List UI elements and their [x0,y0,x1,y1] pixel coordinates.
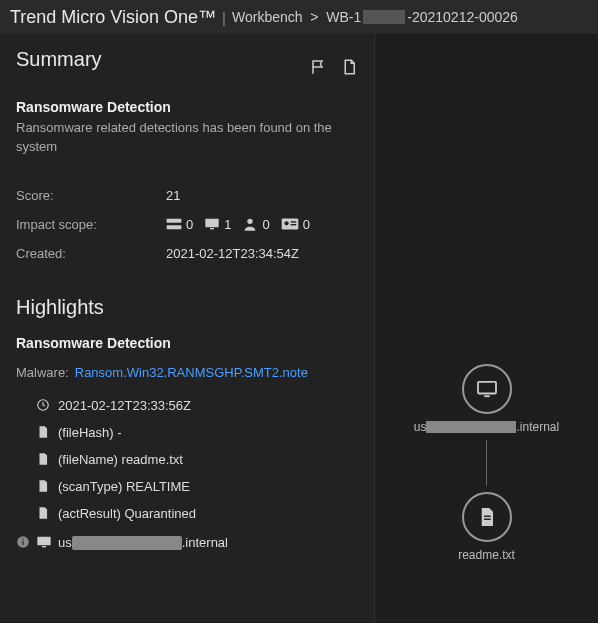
graph-node-file[interactable] [462,492,512,542]
scope-desktops-count: 1 [224,217,231,232]
score-label: Score: [16,188,166,203]
svg-point-6 [284,221,288,225]
summary-table: Score: 21 Impact scope: 0 1 0 [16,181,358,268]
svg-rect-7 [290,221,296,222]
left-panel: Summary Ransomware Detection Ransomware … [0,34,375,622]
highlight-list: 2021-02-12T23:33:56Z (fileHash) - (fileN… [16,392,358,527]
malware-row: Malware: Ransom.Win32.RANMSGHP.SMT2.note [16,361,358,384]
app-title: Trend Micro Vision One™ [10,7,216,28]
main-split: Summary Ransomware Detection Ransomware … [0,34,598,622]
endpoint-row: us.internal [16,527,358,551]
redacted-segment [72,536,182,550]
clock-icon [36,398,50,412]
breadcrumb-root: Workbench [232,9,303,25]
alert-id-suffix: -20210212-00026 [407,9,518,25]
alert-id-prefix: WB-1 [326,9,361,25]
scope-desktops: 1 [204,217,231,232]
svg-rect-18 [484,519,491,521]
info-icon[interactable] [16,535,30,549]
svg-rect-3 [210,228,214,229]
hl-text: (actResult) Quarantined [58,506,196,521]
hl-timestamp: 2021-02-12T23:33:56Z [36,392,358,419]
svg-rect-12 [22,539,23,540]
hl-filename: (fileName) readme.txt [36,446,358,473]
svg-rect-11 [22,541,23,545]
hl-text: (scanType) REALTIME [58,479,190,494]
hl-actresult: (actResult) Quarantined [36,500,358,527]
svg-point-4 [248,219,253,224]
redacted-segment [426,421,516,433]
highlights-section: Highlights Ransomware Detection Malware:… [16,296,358,551]
desktop-icon [476,380,498,398]
scope-accounts-count: 0 [303,217,310,232]
impact-row: Impact scope: 0 1 0 [16,210,358,239]
svg-rect-13 [37,537,50,546]
detection-desc: Ransomware related detections has been f… [16,119,358,157]
hl-filehash: (fileHash) - [36,419,358,446]
impact-value: 0 1 0 0 [166,217,318,232]
graph-node-endpoint-label: us.internal [414,420,559,434]
malware-label: Malware: [16,365,69,380]
summary-header: Summary [16,48,358,85]
score-value: 21 [166,188,180,203]
malware-link[interactable]: Ransom.Win32.RANMSGHP.SMT2.note [75,365,308,380]
score-row: Score: 21 [16,181,358,210]
desktop-icon [204,217,220,231]
top-header: Trend Micro Vision One™ | Workbench > WB… [0,0,598,34]
svg-rect-1 [167,226,182,230]
file-icon [478,506,496,528]
impact-label: Impact scope: [16,217,166,232]
svg-rect-17 [484,516,491,518]
summary-toolbar [310,58,358,76]
created-row: Created: 2021-02-12T23:34:54Z [16,239,358,268]
scope-users-count: 0 [262,217,269,232]
node-label-suffix: .internal [516,420,559,434]
svg-rect-2 [206,219,219,228]
endpoint-prefix: us [58,535,72,550]
breadcrumb[interactable]: Workbench > WB-1-20210212-00026 [232,9,518,25]
scope-users: 0 [242,217,269,232]
impact-graph: us.internal readme.txt [375,364,598,562]
highlights-title: Highlights [16,296,358,319]
detection-block: Ransomware Detection Ransomware related … [16,99,358,157]
graph-node-endpoint[interactable] [462,364,512,414]
id-card-icon [281,217,299,231]
endpoint-suffix: .internal [182,535,228,550]
created-label: Created: [16,246,166,261]
server-icon [166,217,182,231]
svg-rect-0 [167,219,182,223]
file-icon [36,479,50,493]
user-icon [242,217,258,231]
svg-rect-15 [478,382,496,394]
hl-text: (fileName) readme.txt [58,452,183,467]
flag-icon[interactable] [310,58,328,76]
graph-panel[interactable]: us.internal readme.txt [375,34,598,622]
node-label-prefix: us [414,420,427,434]
hl-text: (fileHash) - [58,425,122,440]
file-icon [36,506,50,520]
graph-edge [486,440,487,486]
summary-title: Summary [16,48,102,71]
divider: | [222,9,226,26]
svg-rect-8 [290,224,296,225]
redacted-segment [363,10,405,24]
created-value: 2021-02-12T23:34:54Z [166,246,299,261]
scope-accounts: 0 [281,217,310,232]
file-icon [36,425,50,439]
highlights-detection-title: Ransomware Detection [16,335,358,351]
hl-text: 2021-02-12T23:33:56Z [58,398,191,413]
desktop-icon [36,535,52,549]
svg-rect-14 [42,546,46,547]
hl-scantype: (scanType) REALTIME [36,473,358,500]
detection-title: Ransomware Detection [16,99,358,115]
document-icon[interactable] [340,58,358,76]
scope-servers: 0 [166,217,193,232]
graph-node-file-label: readme.txt [458,548,515,562]
scope-servers-count: 0 [186,217,193,232]
file-icon [36,452,50,466]
endpoint-name[interactable]: us.internal [58,535,228,551]
